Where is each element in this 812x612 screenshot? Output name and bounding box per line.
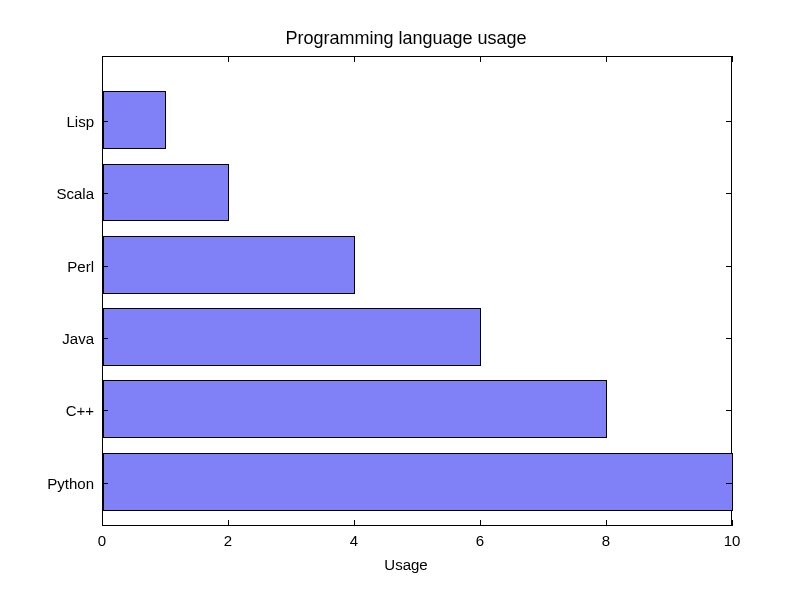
y-tick-java: Java	[14, 330, 94, 347]
x-tick-mark	[228, 56, 229, 62]
x-tick-mark	[732, 520, 733, 526]
x-tick-mark	[354, 520, 355, 526]
y-tick-scala: Scala	[14, 185, 94, 202]
x-tick-4: 4	[350, 532, 358, 549]
chart-container: Programming language usage Python C++ Ja…	[0, 0, 812, 612]
x-tick-10: 10	[724, 532, 741, 549]
bar-python	[103, 453, 733, 511]
bar-perl	[103, 236, 355, 294]
chart-title: Programming language usage	[0, 28, 812, 49]
x-tick-mark	[480, 520, 481, 526]
x-tick-mark	[102, 56, 103, 62]
y-tick-mark	[102, 483, 108, 484]
x-tick-6: 6	[476, 532, 484, 549]
x-tick-0: 0	[98, 532, 106, 549]
y-tick-mark	[102, 410, 108, 411]
y-tick-mark	[102, 121, 108, 122]
y-tick-mark	[102, 338, 108, 339]
y-tick-mark	[726, 266, 732, 267]
x-tick-mark	[606, 56, 607, 62]
x-tick-8: 8	[602, 532, 610, 549]
y-tick-cpp: C++	[14, 402, 94, 419]
x-tick-mark	[354, 56, 355, 62]
bar-lisp	[103, 91, 166, 149]
x-tick-mark	[606, 520, 607, 526]
y-tick-mark	[726, 121, 732, 122]
y-tick-mark	[726, 338, 732, 339]
x-tick-mark	[102, 520, 103, 526]
y-tick-mark	[102, 266, 108, 267]
y-tick-python: Python	[14, 474, 94, 491]
y-tick-mark	[726, 193, 732, 194]
y-tick-perl: Perl	[14, 257, 94, 274]
plot-area	[102, 56, 732, 526]
y-tick-mark	[726, 483, 732, 484]
bar-cpp	[103, 380, 607, 438]
y-tick-mark	[102, 193, 108, 194]
y-tick-lisp: Lisp	[14, 113, 94, 130]
bar-scala	[103, 164, 229, 222]
x-tick-mark	[228, 520, 229, 526]
x-axis-label: Usage	[0, 556, 812, 573]
y-tick-mark	[726, 410, 732, 411]
x-tick-mark	[732, 56, 733, 62]
x-tick-mark	[480, 56, 481, 62]
x-tick-2: 2	[224, 532, 232, 549]
bar-java	[103, 308, 481, 366]
